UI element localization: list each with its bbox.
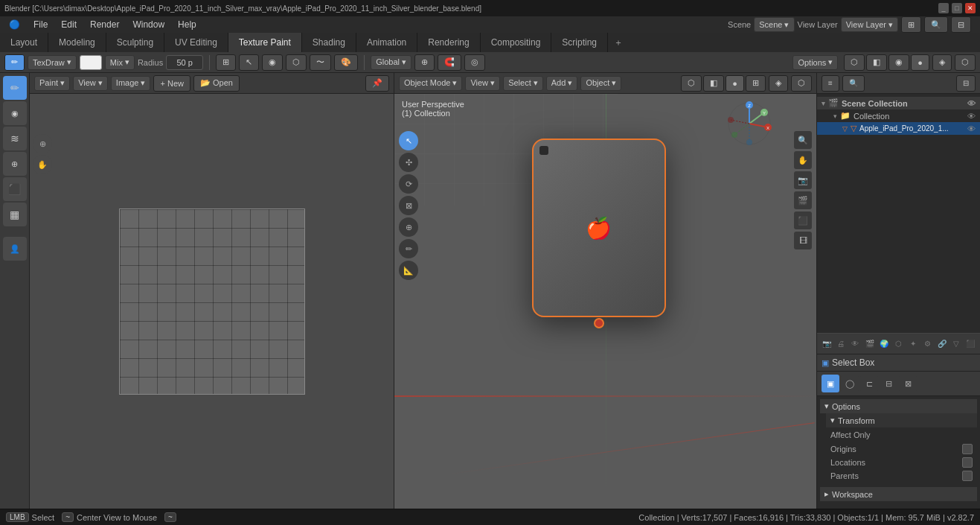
close-button[interactable]: ✕ — [965, 3, 976, 13]
viewport-mode-2[interactable]: ◧ — [703, 75, 724, 92]
prop-icon-data[interactable]: ▽ — [949, 337, 962, 351]
vp-camera-btn[interactable]: 📷 — [794, 171, 812, 189]
vp-tool-annotate[interactable]: ✏ — [399, 239, 418, 258]
prop-icon-physics[interactable]: ⚙ — [921, 337, 934, 351]
tir-select-5[interactable]: ⊠ — [899, 375, 917, 392]
menu-window[interactable]: Window — [126, 18, 170, 31]
view-menu-tex[interactable]: View ▾ — [73, 76, 108, 91]
tab-modeling[interactable]: Modeling — [48, 33, 106, 52]
add-menu[interactable]: Add ▾ — [546, 76, 578, 91]
color-btn[interactable]: 🎨 — [334, 54, 358, 71]
tab-animation[interactable]: Animation — [356, 33, 417, 52]
view-menu-3d[interactable]: View ▾ — [465, 76, 500, 91]
menu-help[interactable]: Help — [172, 18, 202, 31]
select-menu[interactable]: Select ▾ — [503, 76, 543, 91]
overlay-3d-btn[interactable]: ◈ — [769, 75, 788, 92]
tool-draw[interactable]: ✏ — [3, 76, 27, 100]
radius-value[interactable]: 50 p — [166, 55, 203, 70]
tool-mask[interactable]: ▦ — [3, 203, 27, 226]
add-workspace-btn[interactable]: ＋ — [608, 33, 629, 52]
prop-icon-material[interactable]: ⬛ — [964, 337, 977, 351]
viewlayer-dropdown[interactable]: View Layer ▾ — [841, 17, 898, 32]
workspace-section-header[interactable]: ▸ Workspace — [820, 487, 977, 501]
proportional-btn[interactable]: ◎ — [464, 54, 485, 71]
vp-render-btn[interactable]: 🎬 — [794, 191, 812, 209]
tab-shading[interactable]: Shading — [302, 33, 356, 52]
locations-checkbox[interactable] — [962, 457, 973, 468]
tex-nav-pan[interactable]: ✋ — [33, 155, 52, 174]
tir-select-box[interactable]: ▣ — [822, 375, 839, 392]
tir-select-lasso[interactable]: ⊏ — [860, 375, 878, 392]
prop-icon-output[interactable]: 🖨 — [834, 337, 847, 351]
parents-checkbox[interactable] — [962, 471, 973, 481]
viewport-shading-2[interactable]: ◧ — [866, 54, 887, 71]
minimize-button[interactable]: _ — [938, 3, 949, 13]
pivot-btn[interactable]: ⊕ — [414, 54, 435, 71]
outliner-icon-btn[interactable]: ≡ — [822, 75, 839, 92]
menu-render[interactable]: Render — [84, 18, 125, 31]
origins-checkbox[interactable] — [962, 444, 973, 454]
tab-texture-paint[interactable]: Texture Paint — [228, 33, 302, 52]
color-swatch[interactable] — [80, 55, 102, 70]
tool-clone[interactable]: ⊕ — [3, 152, 27, 176]
object-menu[interactable]: Object ▾ — [580, 76, 621, 91]
vp-tool-select[interactable]: ↖ — [399, 131, 418, 150]
vp-tool-move[interactable]: ✣ — [399, 153, 418, 172]
xray-3d-btn[interactable]: ⬡ — [791, 75, 812, 92]
layout-options-btn[interactable]: ⊞ — [901, 16, 921, 33]
overlay-btn[interactable]: ◈ — [932, 54, 952, 71]
paint-menu[interactable]: Paint ▾ — [34, 76, 70, 91]
object-mode-dropdown[interactable]: Object Mode ▾ — [399, 76, 462, 91]
tir-select-4[interactable]: ⊟ — [880, 375, 897, 392]
tool-soften[interactable]: ◉ — [3, 101, 27, 125]
vp-pan-btn[interactable]: ✋ — [794, 151, 812, 169]
tool-fill[interactable]: ⬛ — [3, 177, 27, 201]
tab-layout[interactable]: Layout — [0, 33, 48, 52]
prop-icon-world[interactable]: 🌍 — [877, 337, 890, 351]
viewport-shading-4[interactable]: ● — [911, 54, 929, 71]
xray-btn[interactable]: ⬡ — [955, 54, 976, 71]
tool-mode-dropdown[interactable]: TexDraw ▾ — [28, 55, 77, 70]
scene-dropdown[interactable]: Scene ▾ — [754, 17, 794, 32]
transform-section-header[interactable]: ▾ Transform — [826, 413, 977, 427]
prop-icon-render[interactable]: 📷 — [820, 337, 833, 351]
vp-tool-scale[interactable]: ⊠ — [399, 196, 418, 215]
tir-select-circle[interactable]: ◯ — [841, 375, 859, 392]
menu-file[interactable]: File — [28, 18, 54, 31]
vp-tool-rotate[interactable]: ⟳ — [399, 174, 418, 194]
ipad-object-item[interactable]: ▽ ▽ Apple_iPad_Pro_2020_1... 👁 — [817, 122, 980, 135]
vp-tool-measure[interactable]: 📐 — [399, 261, 418, 280]
mode-icon-btn[interactable]: ✏ — [4, 54, 25, 71]
snap-btn[interactable]: 🧲 — [438, 54, 461, 71]
vp-lock-btn[interactable]: ⬛ — [794, 211, 812, 229]
maximize-button[interactable]: □ — [952, 3, 962, 13]
texture-btn[interactable]: ⬡ — [286, 54, 307, 71]
new-image-btn[interactable]: + New — [153, 75, 190, 92]
viewport-canvas[interactable]: User Perspective (1) Collection 🍎 Z — [394, 94, 816, 509]
viewport-mode-1[interactable]: ⬡ — [681, 75, 702, 92]
outliner-search-btn[interactable]: 🔍 — [842, 75, 865, 92]
tool-annotate[interactable]: 👤 — [3, 237, 27, 261]
prop-icon-scene[interactable]: 🎬 — [863, 337, 876, 351]
menu-blender[interactable]: 🔵 — [3, 18, 26, 31]
tex-nav-zoom[interactable]: ⊕ — [33, 134, 52, 153]
menu-edit[interactable]: Edit — [55, 18, 83, 31]
options-section-header[interactable]: ▾ Options — [820, 399, 977, 413]
cursor-btn[interactable]: ↖ — [239, 54, 259, 71]
falloff-btn[interactable]: ◉ — [262, 54, 283, 71]
tab-compositing[interactable]: Compositing — [481, 33, 552, 52]
extra-btn[interactable]: ⊟ — [951, 16, 971, 33]
viewport-mode-3[interactable]: ● — [726, 75, 744, 92]
blend-mode-dropdown[interactable]: Mix ▾ — [105, 55, 135, 70]
prop-icon-object[interactable]: ⬡ — [892, 337, 905, 351]
scene-collection-item[interactable]: ▾ 🎬 Scene Collection 👁 — [817, 97, 980, 109]
prop-icon-view[interactable]: 👁 — [849, 337, 862, 351]
tool-smear[interactable]: ≋ — [3, 127, 27, 150]
filter-btn[interactable]: ⊟ — [956, 75, 976, 92]
tab-uv-editing[interactable]: UV Editing — [164, 33, 228, 52]
collection-item[interactable]: ▾ 📁 Collection 👁 — [817, 109, 980, 122]
viewport-mode-4[interactable]: ⊞ — [746, 75, 766, 92]
tab-rendering[interactable]: Rendering — [417, 33, 480, 52]
tab-sculpting[interactable]: Sculpting — [106, 33, 164, 52]
vp-tool-transform[interactable]: ⊕ — [399, 217, 418, 237]
